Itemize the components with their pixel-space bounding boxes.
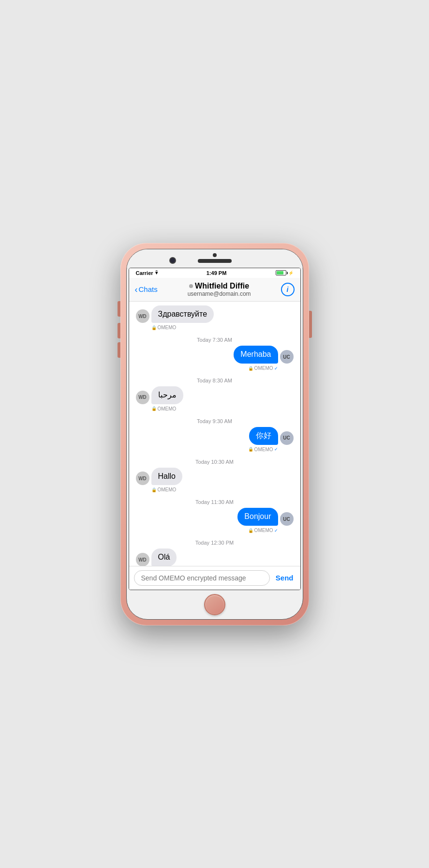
message-bubble: Hallo (151, 468, 182, 486)
omemo-text: OMEMO (254, 528, 273, 533)
carrier-label: Carrier (136, 270, 153, 276)
nav-center: Whitfield Diffie username@domain.com (158, 282, 281, 297)
bubble-wrap: Hallo (151, 468, 182, 486)
lock-icon: 🔒 (248, 447, 253, 452)
message-row: WDHallo (134, 468, 296, 486)
message-row: WDЗдравствуйте (134, 305, 296, 323)
avatar: UC (280, 512, 294, 526)
bubble-wrap: Здравствуйте (151, 305, 214, 323)
omemo-label: 🔒OMEMO✓ (248, 365, 296, 371)
status-time: 1:49 PM (207, 270, 227, 276)
omemo-label: 🔒OMEMO (134, 325, 177, 330)
phone-bottom (127, 590, 303, 619)
message-bubble: مرحبا (151, 386, 183, 404)
omemo-row: 🔒OMEMO (134, 324, 296, 332)
timestamp: Today 11:30 AM (134, 499, 296, 505)
omemo-text: OMEMO (158, 406, 177, 411)
omemo-text: OMEMO (254, 447, 273, 452)
back-chevron-icon: ‹ (135, 285, 138, 294)
avatar: WD (136, 553, 149, 565)
message-bubble: Здравствуйте (151, 305, 214, 323)
lock-icon: 🔒 (151, 325, 157, 330)
avatar: WD (136, 309, 149, 323)
message-input[interactable] (134, 570, 270, 586)
message-row: WDOlá (134, 548, 296, 565)
message-bubble: Olá (151, 548, 177, 565)
avatar: WD (136, 472, 149, 485)
status-bar: Carrier ▾̈ 1:49 PM ⚡ (129, 268, 300, 278)
omemo-row: 🔒OMEMO✓ (134, 365, 296, 373)
read-check-icon: ✓ (274, 528, 278, 533)
info-button[interactable]: i (281, 283, 295, 296)
message-bubble: Merhaba (234, 346, 278, 364)
lock-icon: 🔒 (151, 406, 157, 411)
timestamp: Today 7:30 AM (134, 337, 296, 343)
bubble-wrap: Olá (151, 548, 177, 565)
phone-dot (213, 253, 217, 257)
omemo-row: 🔒OMEMO (134, 486, 296, 494)
omemo-row: 🔒OMEMO✓ (134, 527, 296, 535)
input-bar: Send (129, 566, 300, 590)
nav-bar: ‹ Chats Whitfield Diffie username@domain… (129, 278, 300, 302)
contact-status-dot (189, 284, 193, 288)
bubble-wrap: Merhaba (234, 346, 278, 364)
omemo-label: 🔒OMEMO (134, 406, 177, 411)
timestamp: Today 12:30 PM (134, 540, 296, 546)
wifi-icon: ▾̈ (155, 270, 158, 275)
speaker (198, 259, 232, 263)
battery-fill (277, 271, 283, 274)
omemo-text: OMEMO (254, 365, 273, 371)
omemo-text: OMEMO (158, 487, 177, 492)
message-bubble: 你好 (249, 427, 278, 445)
timestamp: Today 8:30 AM (134, 378, 296, 383)
omemo-row: 🔒OMEMO (134, 405, 296, 413)
message-row: UCBonjour (134, 508, 296, 526)
charging-icon: ⚡ (288, 271, 294, 275)
read-check-icon: ✓ (274, 447, 278, 452)
home-button[interactable] (204, 594, 225, 615)
contact-name: Whitfield Diffie (158, 282, 281, 290)
battery-icon (276, 270, 286, 275)
status-left: Carrier ▾̈ (136, 270, 158, 276)
status-right: ⚡ (276, 270, 294, 275)
avatar: WD (136, 391, 149, 404)
message-bubble: Bonjour (237, 508, 278, 526)
bubble-wrap: Bonjour (237, 508, 278, 526)
omemo-label: 🔒OMEMO✓ (248, 447, 296, 452)
message-row: UC你好 (134, 427, 296, 445)
back-label: Chats (139, 285, 158, 293)
phone-inner: Carrier ▾̈ 1:49 PM ⚡ ‹ Chats (126, 249, 303, 620)
timestamp: Today 10:30 AM (134, 459, 296, 465)
avatar: UC (280, 431, 294, 445)
bubble-wrap: مرحبا (151, 386, 183, 404)
back-button[interactable]: ‹ Chats (135, 285, 158, 294)
contact-email: username@domain.com (158, 290, 281, 297)
chat-area: WDЗдравствуйте🔒OMEMOToday 7:30 AMUCMerha… (129, 302, 300, 566)
lock-icon: 🔒 (151, 487, 157, 492)
bubble-wrap: 你好 (249, 427, 278, 445)
message-row: UCMerhaba (134, 346, 296, 364)
message-row: WDمرحبا (134, 386, 296, 404)
lock-icon: 🔒 (248, 366, 253, 371)
read-check-icon: ✓ (274, 366, 278, 371)
lock-icon: 🔒 (248, 528, 253, 533)
omemo-label: 🔒OMEMO (134, 487, 177, 492)
send-button[interactable]: Send (274, 574, 296, 582)
camera (169, 257, 176, 264)
phone-top-bar (127, 249, 303, 268)
phone-frame: Carrier ▾̈ 1:49 PM ⚡ ‹ Chats (120, 243, 309, 625)
omemo-row: 🔒OMEMO✓ (134, 446, 296, 454)
screen: Carrier ▾̈ 1:49 PM ⚡ ‹ Chats (129, 268, 301, 590)
timestamp: Today 9:30 AM (134, 418, 296, 424)
omemo-label: 🔒OMEMO✓ (248, 528, 296, 533)
omemo-text: OMEMO (158, 325, 177, 330)
avatar: UC (280, 350, 294, 364)
